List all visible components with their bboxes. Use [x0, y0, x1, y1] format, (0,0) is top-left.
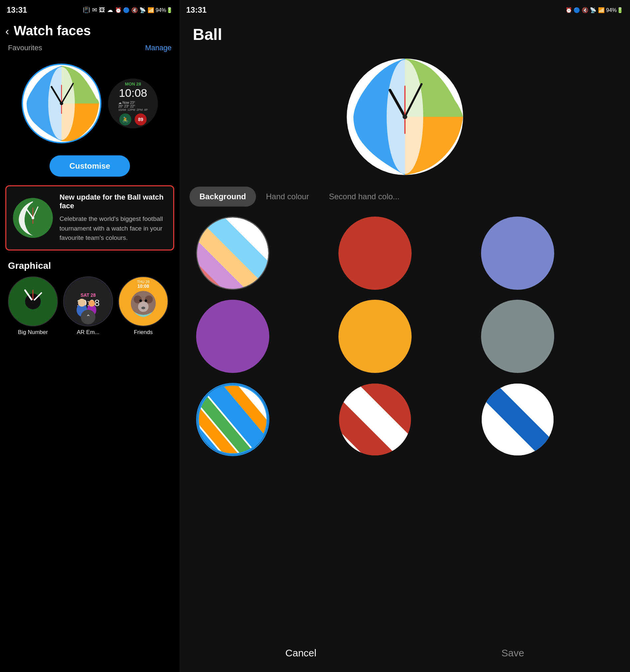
face-item-big-number[interactable]: Big Number: [8, 277, 58, 336]
back-button[interactable]: ‹: [5, 25, 9, 37]
left-status-icons: 📳 ✉ 🖼 ☁ ⏰ 🔵 🔇 📡 📶 94%🔋: [83, 6, 173, 14]
color-swatch-stripe4[interactable]: [481, 383, 554, 456]
graphical-faces: Big Number SAT 28 10:08: [8, 277, 172, 336]
svg-point-18: [31, 300, 34, 303]
svg-point-12: [31, 217, 34, 219]
tab-hand-colour[interactable]: Hand colour: [256, 187, 319, 207]
left-panel: 13:31 📳 ✉ 🖼 ☁ ⏰ 🔵 🔇 📡 📶 94%🔋 ‹ Watch fac…: [0, 0, 179, 672]
svg-point-31: [139, 299, 142, 302]
color-swatch-stripe3[interactable]: [338, 383, 411, 456]
svg-point-6: [60, 102, 63, 105]
bottom-actions: Cancel Save: [179, 634, 630, 672]
svg-point-33: [141, 306, 145, 309]
left-header: ‹ Watch faces: [0, 20, 179, 44]
ball-watch-preview: [179, 47, 630, 187]
cycling-icon: 🚴: [119, 114, 131, 125]
favourites-header: Favourites Manage: [0, 44, 179, 57]
right-header: Ball: [179, 20, 630, 47]
color-swatch-red[interactable]: [338, 217, 411, 290]
favourites-label: Favourites: [8, 44, 42, 52]
update-title: New update for the Ball watch face: [59, 193, 167, 210]
manage-link[interactable]: Manage: [145, 44, 172, 52]
tab-bar: Background Hand colour Second hand colo.…: [179, 187, 630, 207]
face-item-ar[interactable]: SAT 28 10:08 AR Em... ⌃: [63, 277, 113, 336]
color-swatch-gold[interactable]: [338, 300, 411, 373]
right-panel: 13:31 ⏰ 🔵 🔇 📡 📶 94%🔋 Ball: [179, 0, 630, 672]
scroll-up-button[interactable]: ⌃: [81, 310, 95, 325]
tab-second-hand-colour[interactable]: Second hand colo...: [319, 187, 409, 207]
right-title: Ball: [193, 26, 222, 43]
left-status-bar: 13:31 📳 ✉ 🖼 ☁ ⏰ 🔵 🔇 📡 📶 94%🔋: [0, 0, 179, 20]
update-text: New update for the Ball watch face Celeb…: [59, 193, 167, 243]
face-label-big-number: Big Number: [18, 329, 48, 336]
customise-button[interactable]: Customise: [50, 155, 130, 177]
svg-point-32: [145, 299, 147, 302]
cancel-button[interactable]: Cancel: [265, 644, 336, 662]
main-watch-face[interactable]: [22, 64, 101, 143]
svg-point-28: [134, 295, 142, 304]
svg-point-25: [89, 300, 95, 307]
page-title: Watch faces: [14, 23, 91, 38]
secondary-watch-face[interactable]: MON 28 10:08 ☁ Now 23° 20° 23° 22° 10AM …: [108, 78, 158, 128]
graphical-title: Graphical: [8, 261, 172, 271]
update-description: Celebrate the world's biggest football t…: [59, 214, 167, 243]
right-time: 13:31: [186, 5, 206, 15]
right-status-bar: 13:31 ⏰ 🔵 🔇 📡 📶 94%🔋: [179, 0, 630, 20]
svg-text:SAT 28: SAT 28: [80, 292, 96, 298]
graphical-section: Graphical Big Number: [0, 254, 179, 339]
face-label-ar: AR Em...: [77, 329, 99, 336]
update-banner: New update for the Ball watch face Celeb…: [5, 185, 174, 250]
watch-preview-area: MON 28 10:08 ☁ Now 23° 20° 23° 22° 10AM …: [0, 57, 179, 150]
color-swatch-stripe2[interactable]: [196, 383, 269, 456]
color-swatch-stripe1[interactable]: [196, 217, 269, 290]
color-swatch-blue-purple[interactable]: [481, 217, 554, 290]
secondary-time: 10:08: [119, 87, 147, 99]
secondary-date: MON 28: [125, 81, 141, 87]
svg-point-23: [78, 299, 86, 307]
face-item-friends[interactable]: 10:08 THU 28 Friends: [118, 277, 168, 336]
left-time: 13:31: [7, 5, 27, 15]
right-status-icons: ⏰ 🔵 🔇 📡 📶 94%🔋: [565, 7, 623, 13]
update-watch-preview: [13, 198, 53, 238]
svg-point-42: [403, 115, 407, 119]
secondary-weather: ☁ Now 23° 20° 23° 22° 10AM 12PM 2PM 4P: [118, 101, 148, 112]
color-swatch-grey[interactable]: [481, 300, 554, 373]
svg-point-29: [145, 295, 153, 304]
color-grid: [179, 213, 630, 459]
svg-text:THU 28: THU 28: [137, 280, 149, 284]
svg-text:10:08: 10:08: [137, 283, 149, 288]
health-score: 89: [135, 114, 147, 125]
tab-background[interactable]: Background: [190, 187, 256, 207]
face-label-friends: Friends: [134, 329, 153, 336]
color-swatch-purple[interactable]: [196, 300, 269, 373]
save-button[interactable]: Save: [481, 644, 544, 662]
